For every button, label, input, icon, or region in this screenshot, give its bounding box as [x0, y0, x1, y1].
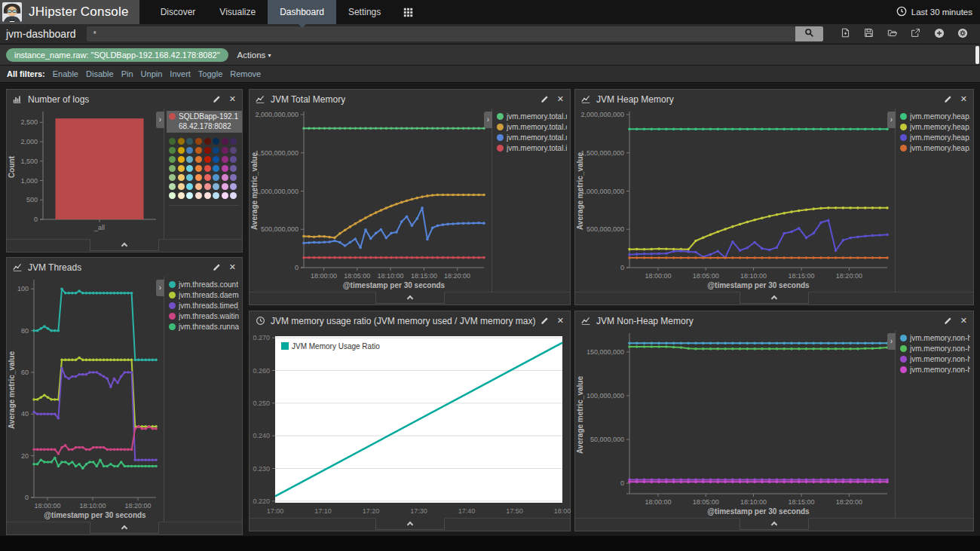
- palette-color-swatch[interactable]: [230, 156, 237, 163]
- palette-color-swatch[interactable]: [195, 174, 202, 181]
- legend-item[interactable]: jvm.threads.daemon.c...: [169, 291, 239, 299]
- palette-color-swatch[interactable]: [230, 165, 237, 172]
- palette-color-swatch[interactable]: [230, 138, 237, 145]
- share-button[interactable]: [904, 26, 927, 42]
- edit-panel-icon[interactable]: [541, 317, 549, 325]
- collapse-panel-button[interactable]: [740, 292, 809, 304]
- palette-color-swatch[interactable]: [230, 192, 237, 199]
- palette-color-swatch[interactable]: [169, 156, 176, 163]
- legend-toggle-icon[interactable]: ›: [156, 112, 164, 128]
- palette-color-swatch[interactable]: [195, 183, 202, 190]
- filter-action-invert[interactable]: Invert: [170, 69, 191, 78]
- close-panel-icon[interactable]: ✕: [960, 94, 967, 104]
- legend-item[interactable]: jvm.memory.heap.init: [900, 144, 970, 152]
- filter-action-enable[interactable]: Enable: [53, 69, 78, 78]
- filter-action-unpin[interactable]: Unpin: [141, 69, 163, 78]
- query-input[interactable]: [87, 26, 795, 41]
- legend-item[interactable]: jvm.memory.total.used: [497, 133, 567, 142]
- legend-item[interactable]: jvm.memory.total.init: [497, 144, 567, 152]
- palette-color-swatch[interactable]: [195, 192, 202, 199]
- palette-color-swatch[interactable]: [213, 192, 219, 199]
- collapse-panel-button[interactable]: [90, 522, 159, 534]
- collapse-panel-button[interactable]: [375, 292, 445, 304]
- legend-item[interactable]: jvm.memory.non-heap....: [900, 344, 970, 353]
- palette-color-swatch[interactable]: [213, 165, 219, 172]
- palette-color-swatch[interactable]: [213, 138, 219, 145]
- legend-item[interactable]: jvm.threads.runnable.c...: [169, 323, 239, 331]
- edit-panel-icon[interactable]: [541, 95, 549, 103]
- palette-color-swatch[interactable]: [195, 147, 202, 154]
- search-button[interactable]: [795, 26, 823, 41]
- palette-color-swatch[interactable]: [222, 165, 228, 172]
- palette-color-swatch[interactable]: [204, 156, 211, 163]
- legend-item[interactable]: SQLDBapp-192.168.42.178:8082: [167, 111, 242, 133]
- plus-circle-button[interactable]: [927, 26, 951, 42]
- edit-panel-icon[interactable]: [213, 263, 221, 271]
- legend-item[interactable]: jvm.memory.total.max: [497, 112, 567, 121]
- timepicker-button[interactable]: Last 30 minutes: [896, 0, 972, 24]
- nav-item-dashboard[interactable]: Dashboard: [268, 0, 336, 24]
- palette-color-swatch[interactable]: [169, 183, 176, 190]
- palette-color-swatch[interactable]: [230, 174, 237, 181]
- palette-color-swatch[interactable]: [213, 174, 219, 181]
- filter-action-pin[interactable]: Pin: [121, 69, 133, 78]
- apps-grid-icon[interactable]: [393, 0, 424, 24]
- close-panel-icon[interactable]: ✕: [960, 316, 967, 326]
- folder-open-button[interactable]: [880, 26, 904, 42]
- palette-color-swatch[interactable]: [204, 174, 211, 181]
- palette-color-swatch[interactable]: [222, 147, 228, 154]
- palette-color-swatch[interactable]: [178, 174, 185, 181]
- edit-panel-icon[interactable]: [944, 95, 952, 103]
- legend-item[interactable]: jvm.memory.heap.com...: [900, 123, 970, 131]
- palette-color-swatch[interactable]: [222, 192, 228, 199]
- collapse-panel-button[interactable]: [90, 239, 159, 251]
- palette-color-swatch[interactable]: [186, 174, 193, 181]
- palette-color-swatch[interactable]: [204, 192, 211, 199]
- legend-toggle-icon[interactable]: ›: [156, 280, 164, 296]
- palette-color-swatch[interactable]: [169, 147, 176, 154]
- legend-toggle-icon[interactable]: ›: [887, 112, 896, 128]
- filter-action-remove[interactable]: Remove: [230, 69, 261, 78]
- palette-color-swatch[interactable]: [186, 183, 193, 190]
- palette-color-swatch[interactable]: [186, 138, 193, 145]
- palette-color-swatch[interactable]: [204, 183, 211, 190]
- palette-color-swatch[interactable]: [178, 138, 185, 145]
- collapse-panel-button[interactable]: [375, 518, 445, 530]
- legend-item[interactable]: jvm.memory.heap.max: [900, 112, 970, 121]
- legend-item[interactable]: jvm.threads.waiting.co...: [169, 312, 239, 320]
- palette-color-swatch[interactable]: [204, 147, 211, 154]
- palette-color-swatch[interactable]: [222, 138, 228, 145]
- palette-color-swatch[interactable]: [195, 156, 202, 163]
- palette-color-swatch[interactable]: [222, 174, 228, 181]
- legend-item[interactable]: jvm.memory.total.com...: [497, 123, 567, 131]
- close-panel-icon[interactable]: ✕: [229, 262, 236, 272]
- legend-item[interactable]: jvm.memory.non-heap....: [900, 355, 970, 363]
- filter-pill[interactable]: instance_name.raw: "SQLDBapp-192.168.42.…: [6, 48, 228, 62]
- palette-color-swatch[interactable]: [186, 192, 193, 199]
- filter-action-disable[interactable]: Disable: [86, 69, 114, 78]
- legend-item[interactable]: jvm.memory.heap.used: [900, 133, 970, 142]
- palette-color-swatch[interactable]: [169, 192, 176, 199]
- palette-color-swatch[interactable]: [186, 165, 193, 172]
- nav-item-discover[interactable]: Discover: [149, 0, 208, 24]
- edit-panel-icon[interactable]: [213, 95, 221, 103]
- filter-action-toggle[interactable]: Toggle: [198, 69, 222, 78]
- close-panel-icon[interactable]: ✕: [229, 94, 236, 104]
- palette-color-swatch[interactable]: [213, 183, 219, 190]
- scrollbar-thumb[interactable]: [975, 46, 979, 64]
- palette-color-swatch[interactable]: [195, 138, 202, 145]
- new-doc-button[interactable]: [834, 26, 857, 42]
- palette-color-swatch[interactable]: [222, 156, 228, 163]
- legend-item[interactable]: jvm.threads.count: [169, 280, 239, 289]
- palette-color-swatch[interactable]: [169, 174, 176, 181]
- legend-item[interactable]: jvm.threads.timed_wait...: [169, 302, 239, 310]
- app-logo[interactable]: JHipster Console: [0, 0, 139, 24]
- palette-color-swatch[interactable]: [178, 147, 185, 154]
- close-panel-icon[interactable]: ✕: [557, 316, 564, 326]
- gear-circle-button[interactable]: [951, 26, 974, 42]
- palette-color-swatch[interactable]: [186, 147, 193, 154]
- palette-color-swatch[interactable]: [230, 147, 237, 154]
- palette-color-swatch[interactable]: [213, 147, 219, 154]
- palette-color-swatch[interactable]: [178, 192, 185, 199]
- legend-item[interactable]: jvm.memory.non-heap....: [900, 366, 970, 374]
